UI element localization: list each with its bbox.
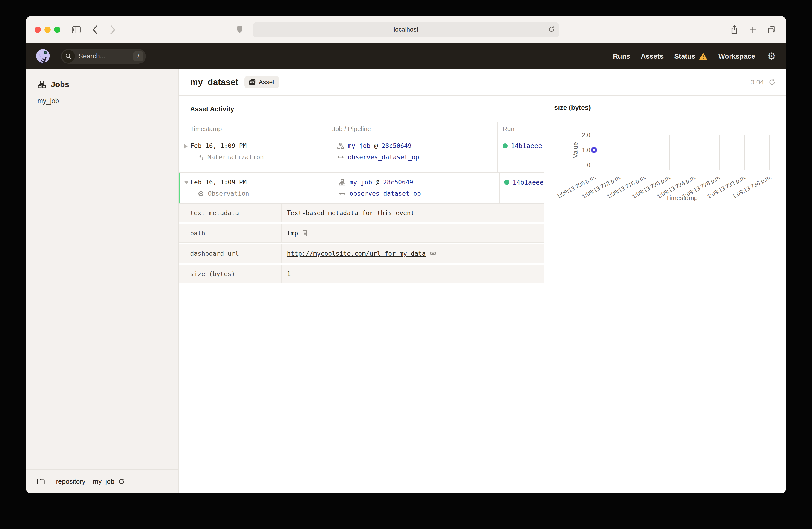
- nav-link-status[interactable]: Status: [674, 53, 695, 60]
- share-icon[interactable]: [730, 25, 739, 35]
- reload-page-icon[interactable]: [548, 26, 555, 34]
- event-row-observation[interactable]: Feb 16, 1:09 PM Observation my_job: [178, 173, 543, 204]
- forward-icon[interactable]: [109, 25, 116, 35]
- y-tick-1: 1.0: [544, 147, 590, 154]
- nav-links: Runs Assets Status Workspace ⚙: [613, 50, 776, 62]
- gear-icon[interactable]: ⚙: [767, 50, 776, 62]
- tab-overview-icon[interactable]: [767, 25, 776, 34]
- asset-header: my_dataset Asset 0:04: [178, 69, 786, 95]
- data-point: [592, 148, 596, 152]
- section-title: Asset Activity: [190, 105, 543, 113]
- op-icon: [339, 190, 346, 197]
- path-link[interactable]: tmp: [287, 230, 298, 237]
- search-icon: [62, 50, 75, 63]
- minimize-window-button[interactable]: [44, 27, 50, 33]
- metadata-plots-panel: size (bytes): [543, 95, 786, 493]
- link-icon: [430, 250, 436, 257]
- op-link[interactable]: observes_dataset_op: [348, 153, 419, 161]
- global-search[interactable]: /: [61, 49, 146, 64]
- chart-title: size (bytes): [554, 104, 591, 112]
- materialization-icon: [197, 154, 204, 161]
- close-window-button[interactable]: [35, 27, 41, 33]
- repository-bar: __repository__my_job: [26, 469, 178, 493]
- metadata-row-dashboard-url: dashboard_url http://mycoolsite.com/url_…: [178, 244, 543, 263]
- sidebar-item-my-job[interactable]: my_job: [38, 97, 169, 105]
- privacy-shield-icon[interactable]: [236, 25, 243, 34]
- search-shortcut-key: /: [133, 52, 143, 61]
- event-timestamp: Feb 16, 1:09 PM: [190, 142, 327, 149]
- nav-link-assets[interactable]: Assets: [641, 53, 664, 60]
- page-title: my_dataset: [190, 77, 238, 87]
- app-navbar: / Runs Assets Status Workspace ⚙: [26, 43, 786, 69]
- column-header-run: Run: [498, 122, 543, 136]
- metadata-row-path: path tmp: [178, 224, 543, 243]
- job-link[interactable]: my_job: [349, 179, 372, 186]
- event-type-label: Materialization: [207, 153, 264, 161]
- job-graph-icon: [339, 179, 346, 186]
- zoom-window-button[interactable]: [54, 27, 60, 33]
- copy-icon[interactable]: [302, 230, 308, 237]
- run-id-link[interactable]: 14b1aeee: [511, 142, 542, 150]
- desktop-background: localhost: [0, 0, 812, 529]
- address-bar[interactable]: localhost: [253, 22, 559, 38]
- y-tick-2: 2.0: [544, 132, 590, 139]
- jobs-sidebar: Jobs my_job __repository__my_job: [26, 69, 178, 493]
- job-at-separator: @: [374, 142, 378, 149]
- event-timestamp: Feb 16, 1:09 PM: [190, 179, 329, 186]
- jobs-section-header: Jobs: [38, 80, 169, 89]
- job-hash-link[interactable]: 28c50649: [383, 179, 413, 186]
- run-id-link[interactable]: 14b1aeee: [512, 179, 543, 186]
- folder-icon: [37, 478, 45, 485]
- address-text: localhost: [394, 26, 419, 33]
- asset-badge-label: Asset: [259, 79, 274, 86]
- search-input[interactable]: [78, 53, 122, 60]
- browser-window: localhost: [26, 16, 786, 493]
- nav-link-status-group[interactable]: Status: [674, 52, 708, 60]
- y-tick-0: 0: [544, 162, 590, 169]
- event-row-materialization[interactable]: Feb 16, 1:09 PM Materialization my_job: [178, 136, 543, 173]
- jobs-section-title: Jobs: [51, 80, 69, 89]
- refresh-page-icon[interactable]: [768, 78, 776, 86]
- job-graph-icon: [337, 143, 344, 149]
- dagster-logo[interactable]: [34, 47, 52, 65]
- main-panel: my_dataset Asset 0:04 Asset Activity: [178, 69, 786, 493]
- run-status-dot: [504, 180, 509, 185]
- activity-table-header: Timestamp Job / Pipeline Run: [178, 122, 543, 136]
- event-type-label: Observation: [208, 190, 249, 197]
- traffic-lights: [35, 27, 60, 33]
- toolbar-right-actions: [730, 25, 776, 35]
- repository-label: __repository__my_job: [48, 478, 114, 485]
- sidebar-toggle-icon[interactable]: [71, 26, 81, 34]
- column-header-job-pipeline: Job / Pipeline: [328, 122, 498, 136]
- nav-link-workspace[interactable]: Workspace: [719, 53, 755, 60]
- metadata-key: size (bytes): [178, 265, 281, 283]
- observation-icon: [197, 190, 205, 197]
- asset-activity-section: Asset Activity Timestamp Job / Pipeline …: [178, 95, 543, 493]
- warning-icon: [699, 52, 708, 60]
- metadata-row-text-metadata: text_metadata Text-based metadata for th…: [178, 204, 543, 222]
- nav-link-runs[interactable]: Runs: [613, 53, 630, 60]
- back-icon[interactable]: [92, 25, 99, 35]
- x-axis-label: Timestamp: [666, 194, 697, 202]
- op-link[interactable]: observes_dataset_op: [349, 190, 421, 197]
- refresh-timer: 0:04: [751, 78, 764, 86]
- metadata-key: text_metadata: [178, 204, 281, 222]
- column-header-timestamp: Timestamp: [178, 122, 328, 136]
- caret-down-icon[interactable]: [184, 181, 189, 185]
- metadata-row-size-bytes: size (bytes) 1: [178, 265, 543, 283]
- job-at-separator: @: [376, 179, 379, 186]
- metadata-key: path: [178, 224, 281, 243]
- reload-repository-icon[interactable]: [118, 478, 125, 485]
- job-hash-link[interactable]: 28c50649: [381, 142, 411, 149]
- metadata-value: Text-based metadata for this event: [287, 209, 415, 217]
- metadata-key: dashboard_url: [178, 244, 281, 263]
- content-area: Jobs my_job __repository__my_job my_data…: [26, 69, 786, 493]
- asset-type-badge[interactable]: Asset: [244, 76, 279, 88]
- caret-right-icon[interactable]: [184, 144, 188, 149]
- dashboard-url-link[interactable]: http://mycoolsite.com/url_for_my_data: [287, 250, 426, 257]
- asset-badge-icon: [249, 79, 256, 86]
- run-status-dot: [503, 143, 508, 148]
- metadata-value: 1: [287, 270, 291, 277]
- new-tab-icon[interactable]: [749, 26, 757, 34]
- job-link[interactable]: my_job: [348, 142, 371, 149]
